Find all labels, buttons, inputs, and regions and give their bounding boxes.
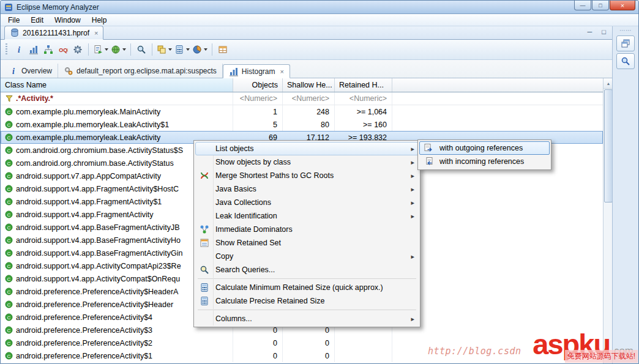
menu-item-copy[interactable]: Copy▸ (195, 250, 419, 263)
dominator-tree-button[interactable] (41, 42, 56, 57)
class-name: android.support.v4.app.FragmentActivity$… (16, 198, 162, 206)
menu-item-java-basics[interactable]: Java Basics▸ (195, 182, 419, 196)
open-query-browser-button[interactable] (110, 42, 127, 57)
menu-edit[interactable]: Edit (25, 15, 49, 26)
class-icon: C (5, 313, 13, 321)
class-name: android.preference.PreferenceActivity$3 (16, 326, 152, 335)
dropdown-caret-icon[interactable] (122, 48, 126, 51)
compare-tables-button[interactable] (215, 42, 230, 57)
group-result-button[interactable] (155, 42, 173, 57)
filter-pattern[interactable]: .*Activity.* (16, 94, 53, 103)
column-header-objects[interactable]: Objects (233, 78, 283, 92)
class-name: android.preference.PreferenceActivity$He… (16, 288, 178, 296)
menu-file[interactable]: File (2, 15, 25, 26)
svg-text:C: C (7, 122, 11, 128)
tab-histogram[interactable]: Histogram× (223, 64, 290, 78)
filter-shallow[interactable]: <Numeric> (283, 92, 335, 105)
class-name: android.support.v4.app.FragmentActivity (16, 210, 153, 219)
menu-item-list-objects[interactable]: List objects▸ (195, 142, 419, 155)
menu-item-label: Java Basics (215, 185, 256, 193)
submenu-arrow-icon: ▸ (406, 145, 414, 153)
restore-view-button[interactable] (616, 35, 635, 51)
row-filler (392, 259, 603, 272)
thread-overview-button[interactable] (70, 42, 85, 57)
maximize-view-icon[interactable]: □ (602, 28, 606, 35)
svg-text:C: C (7, 148, 11, 154)
report-icon (93, 45, 103, 54)
calculate-retained-size-button[interactable] (173, 42, 191, 57)
merge-paths-icon (200, 171, 209, 180)
menu-help[interactable]: Help (86, 15, 113, 26)
histogram-icon (229, 67, 239, 76)
retained-heap-cell: >= 160 (335, 118, 392, 131)
svg-text:C: C (7, 302, 11, 308)
toolbar-grip[interactable] (6, 43, 7, 56)
class-name: android.preference.PreferenceActivity$He… (16, 300, 173, 309)
table-row[interactable]: Ccom.example.plu.memoryleak.LeakActivity… (1, 118, 603, 131)
row-filler (392, 311, 603, 324)
filter-retained[interactable]: <Numeric> (335, 92, 392, 105)
overview-button[interactable]: i (12, 42, 26, 57)
class-name: android.support.v4.app.BaseFragmentActiv… (16, 223, 180, 232)
minimize-view-icon[interactable]: ─ (588, 28, 592, 35)
dropdown-caret-icon[interactable] (105, 48, 108, 51)
window-controls: — □ × (574, 1, 635, 10)
filter-row[interactable]: .*Activity.* <Numeric> <Numeric> <Numeri… (1, 92, 603, 105)
menu-item-leak-identification[interactable]: Leak Identification▸ (195, 209, 419, 223)
drag-handle[interactable]: ⋯⋯ (613, 26, 638, 34)
menu-item-java-collections[interactable]: Java Collections▸ (195, 196, 419, 209)
menu-item-icon-slot (198, 296, 211, 306)
histogram-button[interactable] (26, 42, 41, 57)
menu-item-label: Immediate Dominators (215, 225, 293, 234)
tab-default-report[interactable]: default_report org.eclipse.mat.api:suspe… (58, 64, 223, 78)
table-row[interactable]: Ccom.example.plu.memoryleak.MainActivity… (1, 105, 603, 118)
menu-item-label: Copy (215, 252, 233, 261)
menu-item-merge-shortest-paths-to-gc-roots[interactable]: Merge Shortest Paths to GC Roots▸ (195, 169, 419, 182)
menu-item-show-retained-set[interactable]: Show Retained Set (195, 236, 419, 250)
oql-button[interactable]: OQL (56, 42, 70, 57)
menu-item-calculate-minimum-retained-size-quick-approx[interactable]: Calculate Minimum Retained Size (quick a… (195, 281, 419, 294)
menu-item-label: Calculate Minimum Retained Size (quick a… (215, 283, 383, 292)
class-icon: C (5, 288, 13, 295)
close-button[interactable]: × (610, 1, 635, 10)
inspector-view-button[interactable] (616, 53, 635, 69)
editor-tab-hprof[interactable]: 201612111431.hprof × (4, 26, 103, 40)
class-name: android.support.v4.app.ActivityCompat$On… (16, 275, 180, 283)
dropdown-caret-icon[interactable] (186, 48, 190, 51)
svg-text:C: C (7, 354, 11, 359)
menu-item-show-objects-by-class[interactable]: Show objects by class▸ (195, 155, 419, 169)
close-icon[interactable]: × (280, 68, 284, 75)
column-header-retained-heap[interactable]: Retained H... (335, 78, 392, 92)
info-icon: i (9, 66, 18, 76)
row-filler (392, 272, 603, 285)
search-button[interactable] (134, 42, 149, 57)
menu-item-label: Show objects by class (215, 158, 291, 166)
menu-item-label: with outgoing references (439, 144, 523, 152)
column-header-shallow-heap[interactable]: Shallow He... (283, 78, 335, 92)
menu-item-search-queries[interactable]: Search Queries... (195, 263, 419, 277)
toolbar-separator (152, 43, 152, 56)
shallow-heap-cell: 0 (283, 336, 335, 349)
retained-heap-cell (335, 336, 392, 349)
menu-item-immediate-dominators[interactable]: Immediate Dominators (195, 223, 419, 236)
run-expert-report-button[interactable] (92, 42, 110, 57)
submenu-item-with-incoming-references[interactable]: with incoming references (419, 155, 550, 168)
minimize-button[interactable]: — (574, 1, 591, 10)
chart-button[interactable] (191, 42, 209, 57)
app-icon (4, 2, 13, 12)
svg-text:C: C (7, 110, 11, 115)
dropdown-caret-icon[interactable] (204, 48, 207, 51)
submenu-item-with-outgoing-references[interactable]: with outgoing references (419, 141, 550, 155)
dropdown-caret-icon[interactable] (168, 48, 172, 51)
menu-window[interactable]: Window (49, 15, 86, 26)
class-name: com.example.plu.memoryleak.LeakActivity$… (16, 121, 169, 129)
scroll-thumb[interactable] (604, 89, 613, 202)
filter-objects[interactable]: <Numeric> (233, 92, 283, 105)
maximize-button[interactable]: □ (592, 1, 609, 10)
close-icon[interactable]: × (94, 29, 98, 37)
column-header-class-name[interactable]: Class Name (1, 78, 233, 92)
menu-item-columns[interactable]: Columns...▸ (195, 312, 419, 325)
title-bar[interactable]: Eclipse Memory Analyzer — □ × (1, 1, 638, 14)
menu-item-calculate-precise-retained-size[interactable]: Calculate Precise Retained Size (195, 294, 419, 308)
tab-overview[interactable]: iOverview (3, 64, 58, 78)
